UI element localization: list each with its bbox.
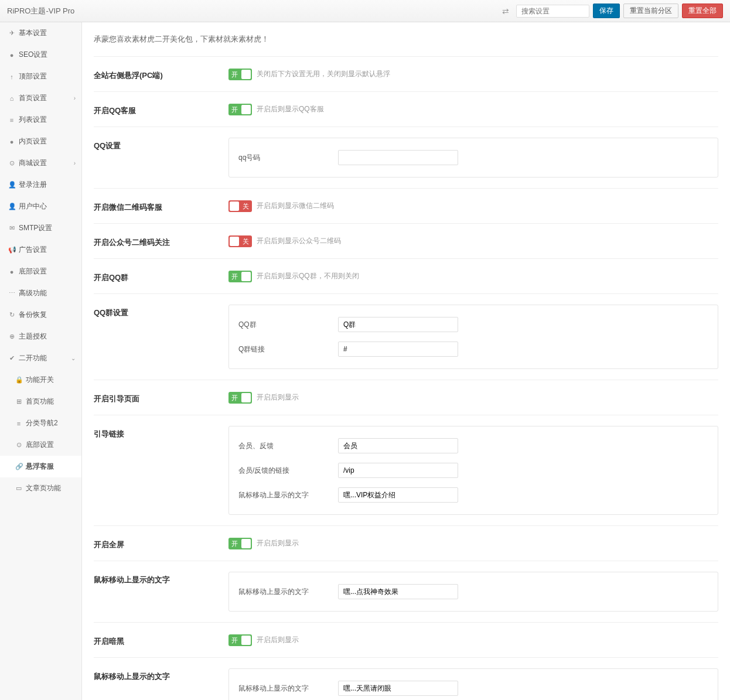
toggle-handle <box>241 539 251 548</box>
header: RiPRO主题-VIP Pro ⇄ 保存 重置当前分区 重置全部 <box>0 0 730 22</box>
circle-icon: ⊙ <box>8 159 15 167</box>
qq-group-link-input[interactable] <box>338 342 458 357</box>
sidebar-item-license[interactable]: ⊕主题授权 <box>0 326 81 347</box>
qq-number-input[interactable] <box>338 150 458 165</box>
megaphone-icon: 📢 <box>8 246 15 254</box>
toggle-desc: 开启后则显示微信二维码 <box>257 201 334 211</box>
field-guide-page: 开启引导页面 开 开启后则显示 <box>94 380 718 415</box>
member-feedback-input[interactable] <box>338 438 458 453</box>
toggle-dark[interactable]: 开 <box>228 634 252 646</box>
toggle-qq-service[interactable]: 开 <box>228 104 252 115</box>
save-button[interactable]: 保存 <box>593 4 620 18</box>
field-qq-settings: QQ设置 qq号码 <box>94 127 718 188</box>
subfield-label: 鼠标移动上显示的文字 <box>238 490 338 500</box>
sidebar-item-backup[interactable]: ↻备份恢复 <box>0 304 81 326</box>
sidebar-sub-footer[interactable]: ⊙底部设置 <box>0 434 81 456</box>
subfield-label: 鼠标移动上显示的文字 <box>238 587 338 597</box>
subfield-label: 鼠标移动上显示的文字 <box>238 684 338 694</box>
list-icon: ≡ <box>15 420 22 427</box>
sidebar: ✈基本设置 ●SEO设置 ↑顶部设置 ⌂首页设置› ≡列表设置 ●内页设置 ⊙商… <box>0 22 82 700</box>
chevron-down-icon: ⌄ <box>71 355 76 361</box>
sidebar-item-top[interactable]: ↑顶部设置 <box>0 66 81 87</box>
field-label: 开启暗黑 <box>94 633 228 647</box>
check-icon: ✔ <box>8 354 15 362</box>
field-label: 鼠标移动上显示的文字 <box>94 668 228 700</box>
circle-icon: ⊙ <box>15 441 22 449</box>
member-feedback-link-input[interactable] <box>338 463 458 478</box>
main-content: 承蒙您喜欢素材虎二开美化包，下素材就来素材虎！ 全站右侧悬浮(PC端) 开 关闭… <box>82 22 730 700</box>
sidebar-item-inner[interactable]: ●内页设置 <box>0 131 81 152</box>
sidebar-item-label: 分类导航2 <box>26 418 58 428</box>
sidebar-sub-float-service[interactable]: 🔗悬浮客服 <box>0 456 81 477</box>
sidebar-item-label: 基本设置 <box>19 28 47 38</box>
sidebar-item-label: 功能开关 <box>26 375 54 385</box>
field-qq-group-settings: QQ群设置 QQ群 Q群链接 <box>94 293 718 380</box>
toggle-desc: 开启后则显示 <box>257 538 299 548</box>
toggle-desc: 开启后则显示 <box>257 392 299 402</box>
qq-group-name-input[interactable] <box>338 317 458 332</box>
field-fullscreen: 开启全屏 开 开启后则显示 <box>94 525 718 561</box>
toggle-gzh-qr[interactable]: 关 <box>228 235 252 247</box>
hover-text-vip-input[interactable] <box>338 487 458 503</box>
expand-icon[interactable]: ⇄ <box>499 5 513 17</box>
dot-icon: ● <box>8 52 15 59</box>
chevron-right-icon: › <box>74 95 76 101</box>
sidebar-item-user[interactable]: 👤用户中心 <box>0 196 81 217</box>
sidebar-sub-catnav[interactable]: ≡分类导航2 <box>0 412 81 434</box>
header-actions: ⇄ 保存 重置当前分区 重置全部 <box>499 4 723 18</box>
toggle-handle <box>241 272 251 281</box>
sidebar-item-extras[interactable]: ✔二开功能⌄ <box>0 347 81 369</box>
field-label: 开启QQ群 <box>94 269 228 283</box>
field-label: 开启引导页面 <box>94 391 228 404</box>
sidebar-item-seo[interactable]: ●SEO设置 <box>0 44 81 66</box>
sidebar-sub-feature-switch[interactable]: 🔒功能开关 <box>0 369 81 391</box>
grid-icon: ⊞ <box>15 398 22 405</box>
sidebar-item-label: 备份恢复 <box>19 310 47 320</box>
dots-icon: ⋯ <box>8 289 15 297</box>
toggle-qq-group[interactable]: 开 <box>228 271 252 282</box>
link-icon: 🔗 <box>15 463 22 470</box>
sidebar-item-footer[interactable]: ●底部设置 <box>0 261 81 282</box>
toggle-wechat-qr[interactable]: 关 <box>228 200 252 212</box>
toggle-desc: 开启后则显示QQ客服 <box>257 104 324 114</box>
sidebar-item-basic[interactable]: ✈基本设置 <box>0 22 81 44</box>
sidebar-item-label: SMTP设置 <box>19 223 52 233</box>
field-label: 开启全屏 <box>94 537 228 550</box>
home-icon: ⌂ <box>8 95 15 102</box>
sidebar-item-ads[interactable]: 📢广告设置 <box>0 239 81 261</box>
page-title: RiPRO主题-VIP Pro <box>7 6 74 16</box>
toggle-handle <box>241 70 251 79</box>
sidebar-item-label: 高级功能 <box>19 288 47 298</box>
hover-text-dark-input[interactable] <box>338 681 458 696</box>
sidebar-item-label: 广告设置 <box>19 245 47 255</box>
field-label: 全站右侧悬浮(PC端) <box>94 67 228 81</box>
field-label: 引导链接 <box>94 426 228 515</box>
reset-all-button[interactable]: 重置全部 <box>682 4 723 18</box>
list-icon: ≡ <box>8 117 15 124</box>
sidebar-item-login[interactable]: 👤登录注册 <box>0 174 81 196</box>
field-qq-group: 开启QQ群 开 开启后则显示QQ群，不用则关闭 <box>94 258 718 293</box>
sidebar-item-label: 登录注册 <box>19 180 47 190</box>
sidebar-item-home[interactable]: ⌂首页设置› <box>0 87 81 109</box>
sidebar-item-list[interactable]: ≡列表设置 <box>0 109 81 131</box>
hover-text-fullscreen-input[interactable] <box>338 584 458 599</box>
toggle-float-pc[interactable]: 开 <box>228 69 252 80</box>
toggle-fullscreen[interactable]: 开 <box>228 538 252 549</box>
sidebar-item-advanced[interactable]: ⋯高级功能 <box>0 282 81 304</box>
sidebar-item-shop[interactable]: ⊙商城设置› <box>0 152 81 174</box>
arrow-up-icon: ↑ <box>8 73 15 80</box>
toggle-guide-page[interactable]: 开 <box>228 392 252 404</box>
field-float-pc: 全站右侧悬浮(PC端) 开 关闭后下方设置无用，关闭则显示默认悬浮 <box>94 56 718 91</box>
field-gzh-qr: 开启公众号二维码关注 关 开启后则显示公众号二维码 <box>94 223 718 258</box>
reset-section-button[interactable]: 重置当前分区 <box>623 4 678 18</box>
sidebar-item-smtp[interactable]: ✉SMTP设置 <box>0 217 81 239</box>
sidebar-sub-homepage[interactable]: ⊞首页功能 <box>0 391 81 412</box>
chevron-right-icon: › <box>74 160 76 166</box>
field-qq-service: 开启QQ客服 开 开启后则显示QQ客服 <box>94 91 718 127</box>
dot-icon: ● <box>8 138 15 145</box>
search-input[interactable] <box>516 5 589 18</box>
rect-icon: ▭ <box>15 484 22 492</box>
sidebar-item-label: 主题授权 <box>19 332 47 342</box>
subfield-label: QQ群 <box>238 320 338 330</box>
sidebar-sub-article[interactable]: ▭文章页功能 <box>0 477 81 499</box>
